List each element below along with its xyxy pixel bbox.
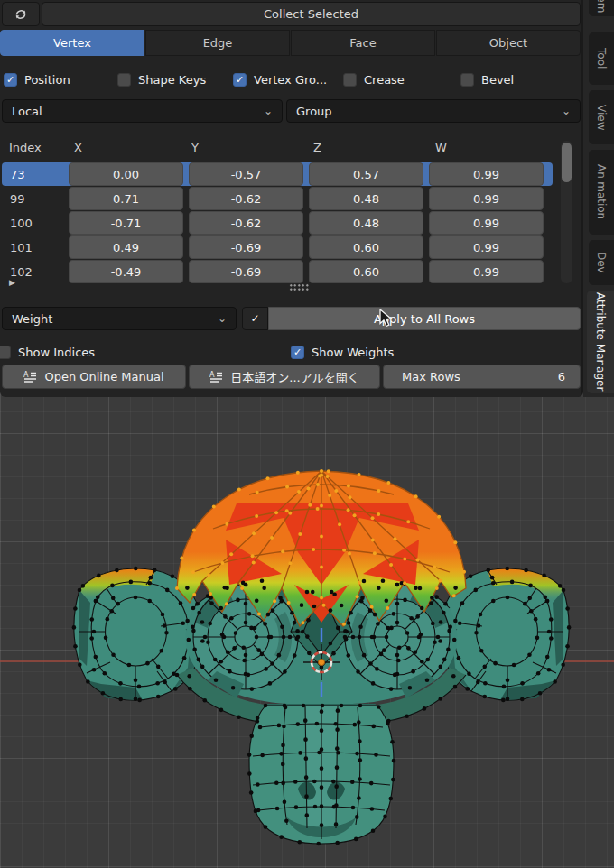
table-row[interactable]: 102 -0.49 -0.69 0.60 0.99 — [2, 260, 553, 283]
checkbox-show-indices[interactable]: Show Indices — [0, 344, 95, 360]
refresh-icon — [14, 7, 28, 22]
vertex-groups-checkbox-box: ✓ — [233, 73, 247, 87]
x-value-field[interactable]: 0.00 — [69, 162, 183, 186]
col-header-index: Index — [9, 141, 42, 154]
table-scrollbar-thumb[interactable] — [562, 143, 572, 182]
resize-grip-handle[interactable] — [289, 283, 309, 291]
z-value-field[interactable]: 0.60 — [309, 235, 423, 259]
col-header-y: Y — [191, 141, 199, 154]
open-japanese-manual-label: 日本語オン...アルを開く — [230, 368, 358, 385]
element-mode-tabs: Vertex Edge Face Object — [0, 30, 581, 56]
max-rows-field[interactable]: Max Rows 6 — [383, 365, 581, 389]
sidebar-tab-animation-label: Animation — [595, 164, 608, 219]
weight-dropdown-value: Weight — [12, 312, 52, 326]
col-header-w: W — [435, 141, 447, 154]
open-japanese-manual-button[interactable]: A 日本語オン...アルを開く — [189, 365, 380, 389]
manual-icon: A — [209, 371, 223, 383]
z-value-field[interactable]: 0.57 — [309, 162, 423, 186]
row-index-cell[interactable]: 99 — [2, 187, 69, 210]
y-value-field[interactable]: -0.57 — [189, 162, 303, 186]
sidebar-tab-dev[interactable]: Dev — [589, 240, 614, 285]
show-weights-checkbox-box: ✓ — [291, 346, 304, 359]
space-dropdown[interactable]: Local ⌄ — [2, 99, 283, 123]
checkbox-shape-keys[interactable]: Shape Keys — [117, 71, 206, 88]
tab-vertex[interactable]: Vertex — [0, 30, 144, 56]
apply-to-all-rows-button[interactable]: Apply to All Rows — [268, 307, 581, 330]
chevron-down-icon: ⌄ — [264, 105, 273, 117]
w-value-field[interactable]: 0.99 — [429, 187, 544, 210]
checkbox-show-weights[interactable]: ✓ Show Weights — [291, 344, 394, 360]
table-row[interactable]: 101 0.49 -0.69 0.60 0.99 — [2, 235, 553, 259]
position-label: Position — [24, 73, 70, 87]
sidebar-tab-dev-label: Dev — [595, 252, 608, 273]
chevron-down-icon: ⌄ — [562, 105, 571, 117]
w-value-field[interactable]: 0.99 — [429, 260, 544, 283]
x-value-field[interactable]: 0.49 — [69, 235, 183, 259]
x-value-field[interactable]: -0.49 — [69, 260, 183, 283]
z-value-field[interactable]: 0.48 — [309, 187, 423, 210]
bevel-checkbox-box — [460, 73, 474, 87]
tab-edge[interactable]: Edge — [145, 30, 290, 56]
row-index-cell[interactable]: 73 — [2, 162, 69, 186]
sidebar-tab-item-label: Item — [595, 0, 608, 14]
y-value-field[interactable]: -0.62 — [189, 211, 303, 235]
apply-toggle-checkbox[interactable]: ✓ — [242, 307, 268, 330]
tab-edge-label: Edge — [203, 36, 233, 50]
table-row[interactable]: 100 -0.71 -0.62 0.48 0.99 — [2, 211, 553, 235]
max-rows-value: 6 — [558, 370, 565, 383]
attribute-manager-panel: Collect Selected Vertex Edge Face Object… — [0, 0, 583, 397]
x-value-field[interactable]: -0.71 — [69, 211, 183, 235]
sidebar-tab-item[interactable]: Item — [589, 0, 614, 16]
col-header-x: X — [74, 141, 82, 154]
checkbox-bevel[interactable]: Bevel — [460, 71, 514, 88]
y-value-field[interactable]: -0.69 — [189, 235, 303, 259]
show-indices-checkbox-box — [0, 346, 11, 359]
check-icon: ✓ — [6, 75, 14, 85]
y-value-field[interactable]: -0.62 — [189, 187, 303, 210]
z-value-field[interactable]: 0.60 — [309, 260, 423, 283]
col-header-z: Z — [313, 141, 321, 154]
sidebar-tab-attribute-manager[interactable]: Attribute Manager — [587, 291, 614, 393]
row-index-cell[interactable]: 100 — [2, 211, 69, 235]
sidebar-tab-tool[interactable]: Tool — [589, 32, 614, 85]
tab-object-label: Object — [489, 36, 527, 50]
collect-selected-button[interactable]: Collect Selected — [42, 2, 581, 26]
y-value-field[interactable]: -0.69 — [189, 260, 303, 283]
group-dropdown[interactable]: Group ⌄ — [286, 99, 581, 123]
n-panel-tab-strip: Item Tool View Animation Dev Attribute M… — [583, 0, 614, 397]
crease-label: Crease — [364, 73, 405, 87]
check-icon: ✓ — [293, 347, 302, 357]
expand-triangle-icon[interactable]: ▶ — [9, 278, 15, 287]
refresh-button[interactable] — [2, 2, 40, 26]
z-value-field[interactable]: 0.48 — [309, 211, 423, 235]
suzanne-mesh-weight-paint[interactable] — [0, 395, 614, 868]
row-index-cell[interactable]: 101 — [2, 235, 69, 259]
manual-icon: A — [23, 371, 37, 383]
tab-face-label: Face — [349, 36, 376, 50]
tab-vertex-label: Vertex — [53, 36, 91, 50]
open-online-manual-button[interactable]: A Open Online Manual — [2, 365, 186, 389]
blender-window: Collect Selected Vertex Edge Face Object… — [0, 0, 614, 868]
checkbox-position[interactable]: ✓ Position — [4, 71, 70, 88]
tab-object[interactable]: Object — [436, 30, 581, 56]
shape-keys-label: Shape Keys — [138, 73, 206, 87]
w-value-field[interactable]: 0.99 — [429, 235, 544, 259]
weight-dropdown[interactable]: Weight ⌄ — [2, 307, 237, 330]
x-value-field[interactable]: 0.71 — [69, 187, 183, 210]
max-rows-label: Max Rows — [402, 370, 460, 383]
show-indices-label: Show Indices — [18, 346, 95, 359]
table-row[interactable]: 73 0.00 -0.57 0.57 0.99 — [2, 162, 553, 186]
table-row[interactable]: 99 0.71 -0.62 0.48 0.99 — [2, 187, 553, 210]
sidebar-tab-animation[interactable]: Animation — [589, 150, 614, 235]
tab-face[interactable]: Face — [291, 30, 435, 56]
open-online-manual-label: Open Online Manual — [44, 370, 163, 383]
checkbox-crease[interactable]: Crease — [343, 71, 405, 88]
checkbox-vertex-groups[interactable]: ✓ Vertex Gro... — [233, 71, 327, 88]
w-value-field[interactable]: 0.99 — [429, 162, 544, 186]
sidebar-tab-tool-label: Tool — [595, 48, 608, 69]
w-value-field[interactable]: 0.99 — [429, 211, 544, 235]
table-scrollbar-track — [561, 141, 572, 283]
sidebar-tab-view[interactable]: View — [589, 90, 614, 144]
bevel-label: Bevel — [481, 73, 514, 87]
check-icon: ✓ — [250, 312, 259, 325]
